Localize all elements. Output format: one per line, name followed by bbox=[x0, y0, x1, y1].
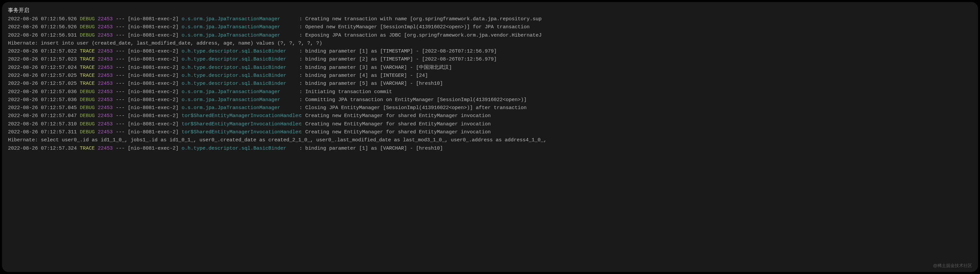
log-message: Committing JPA transaction on EntityMana… bbox=[305, 97, 527, 103]
log-line: Hibernate: insert into user (created_dat… bbox=[8, 40, 972, 48]
log-level: DEBUG bbox=[80, 129, 95, 135]
separator: --- bbox=[116, 16, 125, 22]
log-level: TRACE bbox=[80, 73, 95, 78]
log-message: binding parameter [5] as [VARCHAR] - [hr… bbox=[305, 81, 443, 86]
colon-separator: : bbox=[299, 57, 305, 62]
process-id: 22453 bbox=[98, 121, 113, 127]
separator: --- bbox=[116, 146, 125, 151]
log-line: 2022-08-26 07:12:57.324 TRACE 22453 --- … bbox=[8, 145, 972, 153]
thread-name: [nio-8081-exec-2] bbox=[128, 89, 178, 95]
thread-name: [nio-8081-exec-2] bbox=[128, 49, 178, 54]
process-id: 22453 bbox=[98, 89, 113, 95]
console-panel: 事务开启 2022-08-26 07:12:56.926 DEBUG 22453… bbox=[2, 2, 978, 272]
logger-name: o.s.orm.jpa.JpaTransactionManager bbox=[181, 15, 296, 23]
thread-name: [nio-8081-exec-2] bbox=[128, 65, 178, 70]
log-level: DEBUG bbox=[80, 121, 95, 127]
log-message: Creating new transaction with name [org.… bbox=[305, 16, 541, 22]
thread-name: [nio-8081-exec-2] bbox=[128, 16, 178, 22]
log-message: Opened new EntityManager [SessionImpl(41… bbox=[305, 24, 530, 30]
process-id: 22453 bbox=[98, 113, 113, 119]
colon-separator: : bbox=[299, 49, 305, 54]
logger-name: o.h.type.descriptor.sql.BasicBinder bbox=[181, 64, 296, 72]
log-line: 2022-08-26 07:12:57.036 DEBUG 22453 --- … bbox=[8, 96, 972, 104]
log-message: Creating new EntityManager for shared En… bbox=[305, 113, 491, 119]
colon-separator: : bbox=[299, 81, 305, 86]
log-level: TRACE bbox=[80, 65, 95, 70]
timestamp: 2022-08-26 07:12:57.025 bbox=[8, 81, 77, 86]
log-line: Hibernate: select user0_.id as id1_1_0_,… bbox=[8, 136, 972, 144]
log-level: DEBUG bbox=[80, 89, 95, 95]
timestamp: 2022-08-26 07:12:57.324 bbox=[8, 146, 77, 151]
log-message: binding parameter [1] as [TIMESTAMP] - [… bbox=[305, 49, 496, 54]
log-line: 2022-08-26 07:12:56.931 DEBUG 22453 --- … bbox=[8, 32, 972, 40]
thread-name: [nio-8081-exec-2] bbox=[128, 57, 178, 62]
thread-name: [nio-8081-exec-2] bbox=[128, 24, 178, 30]
logger-name: o.h.type.descriptor.sql.BasicBinder bbox=[181, 72, 296, 80]
process-id: 22453 bbox=[98, 16, 113, 22]
timestamp: 2022-08-26 07:12:57.310 bbox=[8, 121, 77, 127]
timestamp: 2022-08-26 07:12:57.023 bbox=[8, 57, 77, 62]
colon-separator: : bbox=[299, 97, 305, 103]
separator: --- bbox=[116, 121, 125, 127]
timestamp: 2022-08-26 07:12:57.022 bbox=[8, 49, 77, 54]
logger-name: o.s.orm.jpa.JpaTransactionManager bbox=[181, 88, 296, 96]
log-level: TRACE bbox=[80, 57, 95, 62]
colon-separator: : bbox=[299, 113, 305, 119]
colon-separator: : bbox=[299, 65, 305, 70]
colon-separator: : bbox=[299, 33, 305, 38]
separator: --- bbox=[116, 105, 125, 111]
log-message: Creating new EntityManager for shared En… bbox=[305, 121, 491, 127]
process-id: 22453 bbox=[98, 73, 113, 78]
log-line: 2022-08-26 07:12:56.926 DEBUG 22453 --- … bbox=[8, 15, 972, 23]
process-id: 22453 bbox=[98, 97, 113, 103]
thread-name: [nio-8081-exec-2] bbox=[128, 121, 178, 127]
process-id: 22453 bbox=[98, 24, 113, 30]
log-message: Initiating transaction commit bbox=[305, 89, 392, 95]
log-message: binding parameter [4] as [INTEGER] - [24… bbox=[305, 73, 428, 78]
logger-name: o.s.orm.jpa.JpaTransactionManager bbox=[181, 96, 296, 104]
colon-separator: : bbox=[299, 16, 305, 22]
separator: --- bbox=[116, 65, 125, 70]
colon-separator: : bbox=[299, 89, 305, 95]
logger-name: tor$SharedEntityManagerInvocationHandler bbox=[181, 112, 296, 120]
process-id: 22453 bbox=[98, 33, 113, 38]
thread-name: [nio-8081-exec-2] bbox=[128, 97, 178, 103]
log-line: 2022-08-26 07:12:57.047 DEBUG 22453 --- … bbox=[8, 112, 972, 120]
colon-separator: : bbox=[299, 129, 305, 135]
separator: --- bbox=[116, 89, 125, 95]
process-id: 22453 bbox=[98, 49, 113, 54]
colon-separator: : bbox=[299, 24, 305, 30]
log-output[interactable]: 事务开启 2022-08-26 07:12:56.926 DEBUG 22453… bbox=[2, 2, 978, 272]
process-id: 22453 bbox=[98, 57, 113, 62]
thread-name: [nio-8081-exec-2] bbox=[128, 129, 178, 135]
timestamp: 2022-08-26 07:12:57.036 bbox=[8, 89, 77, 95]
timestamp: 2022-08-26 07:12:57.047 bbox=[8, 113, 77, 119]
log-line: 2022-08-26 07:12:56.926 DEBUG 22453 --- … bbox=[8, 23, 972, 31]
log-message: binding parameter [3] as [VARCHAR] - [中国… bbox=[305, 65, 452, 70]
thread-name: [nio-8081-exec-2] bbox=[128, 105, 178, 111]
thread-name: [nio-8081-exec-2] bbox=[128, 73, 178, 78]
log-line: 2022-08-26 07:12:57.024 TRACE 22453 --- … bbox=[8, 64, 972, 72]
logger-name: o.h.type.descriptor.sql.BasicBinder bbox=[181, 145, 296, 153]
colon-separator: : bbox=[299, 146, 305, 151]
logger-name: o.h.type.descriptor.sql.BasicBinder bbox=[181, 56, 296, 64]
logger-name: o.s.orm.jpa.JpaTransactionManager bbox=[181, 104, 296, 112]
log-lines-container: 2022-08-26 07:12:56.926 DEBUG 22453 --- … bbox=[8, 15, 972, 153]
log-message: Creating new EntityManager for shared En… bbox=[305, 129, 491, 135]
log-level: TRACE bbox=[80, 49, 95, 54]
timestamp: 2022-08-26 07:12:56.926 bbox=[8, 24, 77, 30]
process-id: 22453 bbox=[98, 81, 113, 86]
log-line: 2022-08-26 07:12:57.025 TRACE 22453 --- … bbox=[8, 80, 972, 88]
log-line: 2022-08-26 07:12:57.310 DEBUG 22453 --- … bbox=[8, 120, 972, 128]
separator: --- bbox=[116, 33, 125, 38]
process-id: 22453 bbox=[98, 105, 113, 111]
raw-sql-line: Hibernate: select user0_.id as id1_1_0_,… bbox=[8, 137, 547, 143]
log-level: DEBUG bbox=[80, 97, 95, 103]
thread-name: [nio-8081-exec-2] bbox=[128, 33, 178, 38]
separator: --- bbox=[116, 24, 125, 30]
timestamp: 2022-08-26 07:12:57.045 bbox=[8, 105, 77, 111]
log-level: DEBUG bbox=[80, 16, 95, 22]
log-level: TRACE bbox=[80, 146, 95, 151]
log-level: DEBUG bbox=[80, 105, 95, 111]
process-id: 22453 bbox=[98, 65, 113, 70]
